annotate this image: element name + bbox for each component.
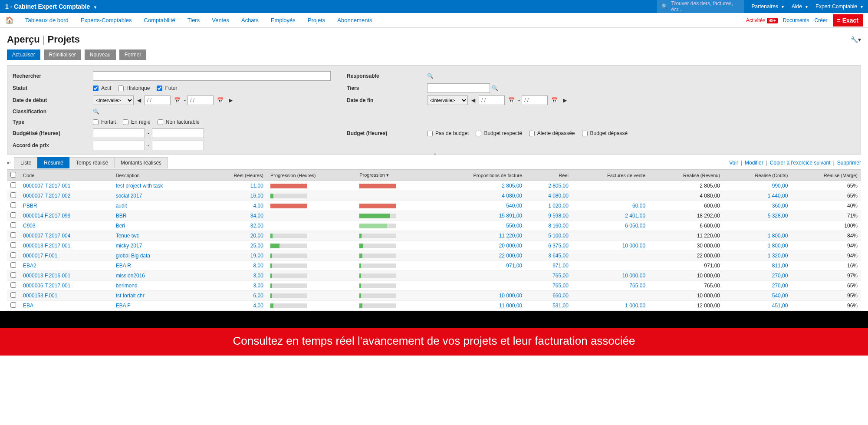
col-prop[interactable]: Propositions de facture	[431, 170, 526, 181]
activities-link[interactable]: Activités 99+	[746, 17, 778, 23]
check-pas-budget[interactable]: Pas de budget	[427, 130, 469, 136]
cell-desc[interactable]: audit	[116, 203, 127, 209]
action-modifier[interactable]: Modifier	[745, 160, 763, 166]
row-checkbox[interactable]	[10, 262, 16, 268]
row-checkbox[interactable]	[10, 282, 16, 288]
nav-projets[interactable]: Projets	[302, 17, 331, 23]
row-checkbox[interactable]	[10, 272, 16, 278]
nav-employes[interactable]: Employés	[265, 17, 302, 23]
tab-montants[interactable]: Montants réalisés	[114, 157, 168, 168]
company-selector[interactable]: 1 - Cabinet Expert Comptable	[5, 3, 96, 10]
check-historique[interactable]: Historique	[118, 85, 150, 91]
col-reel[interactable]: Réel	[526, 170, 572, 181]
intervalle-debut-select[interactable]: <Intervalle>	[93, 96, 134, 105]
search-input[interactable]	[93, 71, 331, 81]
tab-liste[interactable]: Liste	[14, 157, 38, 168]
cell-code[interactable]: 0000007.T.2017.002	[23, 193, 70, 199]
cell-desc[interactable]: mission2016	[116, 273, 145, 279]
cell-code[interactable]: 0000006.T.2017.001	[23, 283, 70, 289]
cell-desc[interactable]: Tenue twc	[116, 233, 139, 239]
next-date-fin-icon[interactable]: ▶	[561, 97, 569, 103]
collapse-icon[interactable]: ^	[434, 153, 436, 158]
table-row[interactable]: 0000006.T.2017.001 berimond 3,00 765,00 …	[7, 281, 861, 291]
cell-desc[interactable]: BBR	[116, 213, 127, 219]
global-search[interactable]: 🔍 Trouver des tiers, factures, écr...	[657, 0, 744, 14]
cell-desc[interactable]: micky 2017	[116, 243, 142, 249]
row-checkbox[interactable]	[10, 302, 16, 308]
action-voir[interactable]: Voir	[729, 160, 738, 166]
table-row[interactable]: 0000153.F.001 tst forfait chr 6,00 10 00…	[7, 291, 861, 301]
close-button[interactable]: Fermer	[119, 49, 147, 60]
table-row[interactable]: 0000007.T.2017.001 test project with tas…	[7, 181, 861, 191]
date-from-input[interactable]	[145, 96, 171, 105]
cell-code[interactable]: EBA	[23, 303, 33, 309]
new-button[interactable]: Nouveau	[85, 49, 116, 60]
col-code[interactable]: Code	[20, 170, 112, 181]
reset-button[interactable]: Réinitialiser	[44, 49, 81, 60]
cell-code[interactable]: 0000153.F.001	[23, 293, 57, 299]
cell-code[interactable]: 0000014.F.2017.099	[23, 213, 70, 219]
table-row[interactable]: EBA EBA F 4,00 11 000,00 531,00 1 000,00…	[7, 301, 861, 311]
row-checkbox[interactable]	[10, 192, 16, 198]
cell-desc[interactable]: Beri	[116, 223, 125, 229]
calendar-fin-icon-2[interactable]: 📅	[549, 97, 559, 103]
accord-to-input[interactable]	[152, 141, 204, 150]
row-checkbox[interactable]	[10, 242, 16, 248]
select-all-checkbox[interactable]	[10, 172, 16, 178]
nav-abonnements[interactable]: Abonnements	[331, 17, 378, 23]
cell-desc[interactable]: EBA R	[116, 263, 131, 269]
calendar-icon-2[interactable]: 📅	[215, 97, 225, 103]
budgetise-to-input[interactable]	[152, 128, 204, 138]
cell-code[interactable]: 0000007.T.2017.004	[23, 233, 70, 239]
cell-desc[interactable]: berimond	[116, 283, 138, 289]
row-checkbox[interactable]	[10, 182, 16, 188]
col-fact[interactable]: Factures de vente	[572, 170, 649, 181]
check-regie[interactable]: En régie	[123, 119, 151, 125]
check-budget-depasse[interactable]: Budget dépassé	[582, 130, 628, 136]
next-date-icon[interactable]: ▶	[227, 97, 234, 103]
nav-tableaux[interactable]: Tableaux de bord	[19, 17, 75, 23]
col-prog-h[interactable]: Progression (Heures)	[267, 170, 356, 181]
date-fin-to-input[interactable]	[522, 96, 548, 105]
calendar-fin-icon[interactable]: 📅	[506, 97, 516, 103]
row-checkbox[interactable]	[10, 292, 16, 298]
classification-lookup-icon[interactable]: 🔍	[93, 109, 99, 115]
table-row[interactable]: C903 Beri 32,00 550,00 8 160,00 6 050,00…	[7, 221, 861, 231]
check-actif[interactable]: Actif	[93, 85, 111, 91]
row-checkbox[interactable]	[10, 232, 16, 238]
table-row[interactable]: 0000013.F.2017.001 micky 2017 25,00 20 0…	[7, 241, 861, 251]
nav-experts[interactable]: Experts-Comptables	[75, 17, 138, 23]
row-checkbox[interactable]	[10, 222, 16, 228]
check-non-facturable[interactable]: Non facturable	[158, 119, 200, 125]
cell-desc[interactable]: social 2017	[116, 193, 142, 199]
cell-desc[interactable]: EBA F	[116, 303, 131, 309]
nav-ventes[interactable]: Ventes	[206, 17, 235, 23]
tiers-lookup-icon[interactable]: 🔍	[490, 85, 500, 91]
row-checkbox[interactable]	[10, 212, 16, 218]
cell-desc[interactable]: tst forfait chr	[116, 293, 145, 299]
help-link[interactable]: Aide	[792, 3, 808, 10]
date-to-input[interactable]	[187, 96, 214, 105]
nav-tiers[interactable]: Tiers	[181, 17, 206, 23]
nav-achats[interactable]: Achats	[235, 17, 265, 23]
table-row[interactable]: 0000007.T.2017.002 social 2017 16,00 4 0…	[7, 191, 861, 201]
cell-code[interactable]: 0000017.F.001	[23, 253, 57, 259]
check-futur[interactable]: Futur	[157, 85, 177, 91]
settings-icon[interactable]: 🔧▾	[851, 36, 861, 43]
prev-date-fin-icon[interactable]: ◀	[470, 97, 477, 103]
table-row[interactable]: 0000014.F.2017.099 BBR 34,00 15 891,00 9…	[7, 211, 861, 221]
tab-temps[interactable]: Temps réalisé	[69, 157, 115, 168]
date-fin-from-input[interactable]	[479, 96, 505, 105]
col-prog[interactable]: Progression ▾	[356, 170, 431, 181]
check-budget-respecte[interactable]: Budget respecté	[476, 130, 522, 136]
calendar-icon[interactable]: 📅	[172, 97, 182, 103]
cell-code[interactable]: 0000013.F.2017.001	[23, 243, 70, 249]
check-alerte[interactable]: Alerte dépassée	[529, 130, 575, 136]
col-couts[interactable]: Réalisé (Coûts)	[723, 170, 791, 181]
cell-code[interactable]: 0000007.T.2017.001	[23, 183, 70, 189]
cell-desc[interactable]: global Big data	[116, 253, 150, 259]
cell-code[interactable]: EBA2	[23, 263, 36, 269]
documents-link[interactable]: Documents	[783, 17, 809, 23]
row-checkbox[interactable]	[10, 252, 16, 258]
cell-code[interactable]: C903	[23, 223, 36, 229]
